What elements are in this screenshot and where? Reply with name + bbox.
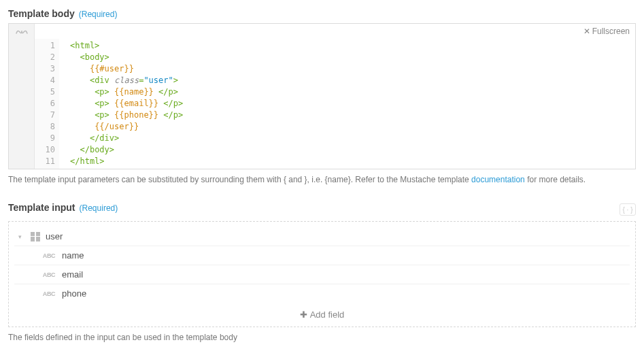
editor-side-tab[interactable] (9, 24, 35, 169)
json-toggle-button[interactable]: { · } (620, 203, 636, 216)
field-name: email (62, 269, 83, 280)
template-body-header: Template body (Required) (8, 8, 636, 19)
field-row[interactable]: ABCname (14, 246, 630, 265)
template-input-title: Template input (8, 202, 75, 213)
fullscreen-icon: ✕ (583, 27, 590, 36)
line-gutter: 1234567891011 (35, 39, 59, 169)
fullscreen-label: Fullscreen (592, 27, 630, 36)
field-name: name (62, 250, 84, 261)
documentation-link[interactable]: documentation (471, 175, 525, 184)
string-type-icon: ABC (41, 271, 56, 278)
object-icon (31, 232, 40, 241)
fullscreen-button[interactable]: ✕ Fullscreen (583, 27, 630, 36)
field-row[interactable]: ▾user (14, 227, 630, 246)
field-name: phone (62, 288, 86, 299)
template-body-title: Template body (8, 8, 75, 19)
required-tag: (Required) (80, 203, 118, 213)
mustache-icon (15, 28, 29, 169)
field-name: user (46, 231, 63, 241)
field-row[interactable]: ABCemail (14, 265, 630, 284)
code-content[interactable]: <html> <body> {{#user}} <div class="user… (59, 39, 635, 169)
required-tag: (Required) (79, 10, 118, 19)
template-input-panel: ▾userABCnameABCemailABCphone ✚ Add field (8, 221, 636, 327)
template-input-caption: The fields defined in the input can be u… (8, 333, 636, 342)
add-field-button[interactable]: ✚ Add field (14, 303, 630, 321)
plus-icon: ✚ (300, 310, 307, 320)
template-input-header: Template input (Required) (8, 202, 118, 213)
add-field-label: Add field (310, 310, 345, 320)
string-type-icon: ABC (41, 290, 56, 297)
chevron-down-icon[interactable]: ▾ (18, 233, 25, 240)
string-type-icon: ABC (41, 252, 56, 259)
code-editor[interactable]: ✕ Fullscreen 1234567891011 <html> <body>… (8, 23, 636, 169)
template-body-caption: The template input parameters can be sub… (8, 175, 636, 184)
field-row[interactable]: ABCphone (14, 284, 630, 303)
